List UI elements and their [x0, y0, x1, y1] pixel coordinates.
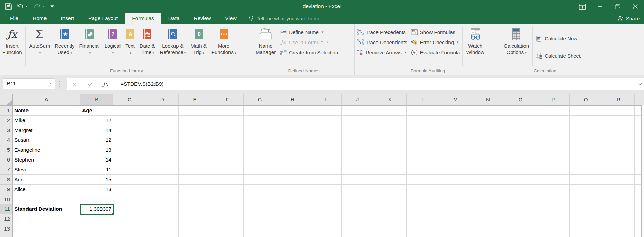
cell-j10[interactable] [342, 194, 374, 204]
cell-d8[interactable] [146, 175, 179, 185]
cell-l5[interactable] [407, 145, 439, 155]
cell-i14[interactable] [309, 234, 342, 237]
cell-f3[interactable] [211, 125, 244, 135]
cell-q6[interactable] [570, 155, 602, 165]
cell-k12[interactable] [374, 214, 407, 224]
cell-i11[interactable] [309, 204, 342, 214]
cell-m11[interactable] [439, 204, 472, 214]
column-header-g[interactable]: G [244, 94, 276, 106]
cell-o12[interactable] [504, 214, 537, 224]
cell-m3[interactable] [439, 125, 472, 135]
cell-i4[interactable] [309, 135, 342, 145]
save-button[interactable] [5, 3, 12, 10]
cell-j12[interactable] [342, 214, 374, 224]
cell-partial-14[interactable] [635, 234, 641, 237]
cell-b10[interactable] [80, 194, 113, 204]
cell-i9[interactable] [309, 185, 342, 194]
cell-partial-10[interactable] [635, 194, 641, 204]
cell-k1[interactable] [374, 106, 407, 116]
cell-o14[interactable] [504, 234, 537, 237]
cell-c10[interactable] [113, 194, 146, 204]
restore-button[interactable] [609, 0, 626, 13]
cell-r3[interactable] [602, 125, 635, 135]
cell-g6[interactable] [244, 155, 276, 165]
cell-r10[interactable] [602, 194, 635, 204]
column-header-f[interactable]: F [211, 94, 244, 106]
cell-k6[interactable] [374, 155, 407, 165]
cell-h8[interactable] [276, 175, 309, 185]
ribbon-display-options-button[interactable] [573, 0, 591, 13]
cell-r7[interactable] [602, 165, 635, 175]
cell-q10[interactable] [570, 194, 602, 204]
cell-e6[interactable] [179, 155, 211, 165]
cell-b2[interactable]: 12 [80, 116, 113, 125]
column-header-e[interactable]: E [179, 94, 211, 106]
cell-f14[interactable] [211, 234, 244, 237]
cell-d4[interactable] [146, 135, 179, 145]
row-header-13[interactable]: 13 [0, 224, 13, 234]
cell-r11[interactable] [602, 204, 635, 214]
cell-o11[interactable] [504, 204, 537, 214]
cell-b7[interactable]: 11 [80, 165, 113, 175]
cell-e11[interactable] [179, 204, 211, 214]
cell-f8[interactable] [211, 175, 244, 185]
cell-j8[interactable] [342, 175, 374, 185]
cell-partial-13[interactable] [635, 224, 641, 234]
cell-a9[interactable]: Alice [13, 185, 80, 194]
cell-k11[interactable] [374, 204, 407, 214]
cell-g13[interactable] [244, 224, 276, 234]
cell-r12[interactable] [602, 214, 635, 224]
calculate-sheet-button[interactable]: Calculate Sheet [535, 52, 581, 60]
cell-e14[interactable] [179, 234, 211, 237]
cell-n11[interactable] [472, 204, 504, 214]
cell-e5[interactable] [179, 145, 211, 155]
cell-partial-2[interactable] [635, 116, 641, 125]
tab-home[interactable]: Home [25, 13, 54, 24]
cell-m5[interactable] [439, 145, 472, 155]
cell-j11[interactable] [342, 204, 374, 214]
select-all-button[interactable] [0, 94, 13, 106]
cell-g8[interactable] [244, 175, 276, 185]
cell-f1[interactable] [211, 106, 244, 116]
cell-e2[interactable] [179, 116, 211, 125]
cell-c5[interactable] [113, 145, 146, 155]
cell-q7[interactable] [570, 165, 602, 175]
cell-a12[interactable] [13, 214, 80, 224]
cell-f9[interactable] [211, 185, 244, 194]
cell-b14[interactable] [80, 234, 113, 237]
cell-c1[interactable] [113, 106, 146, 116]
cell-j3[interactable] [342, 125, 374, 135]
cell-p3[interactable] [537, 125, 570, 135]
cell-l14[interactable] [407, 234, 439, 237]
cell-j2[interactable] [342, 116, 374, 125]
cell-g14[interactable] [244, 234, 276, 237]
cell-a11[interactable]: Standard Deviation [13, 204, 80, 214]
row-header-7[interactable]: 7 [0, 165, 13, 175]
cell-e10[interactable] [179, 194, 211, 204]
cell-o4[interactable] [504, 135, 537, 145]
column-header-partial[interactable] [635, 94, 641, 106]
cell-a10[interactable] [13, 194, 80, 204]
cell-i10[interactable] [309, 194, 342, 204]
cell-p7[interactable] [537, 165, 570, 175]
cell-k4[interactable] [374, 135, 407, 145]
cell-c6[interactable] [113, 155, 146, 165]
cell-j13[interactable] [342, 224, 374, 234]
cell-b5[interactable]: 13 [80, 145, 113, 155]
cell-i13[interactable] [309, 224, 342, 234]
cell-b9[interactable]: 13 [80, 185, 113, 194]
cell-r2[interactable] [602, 116, 635, 125]
cell-a5[interactable]: Evangeline [13, 145, 80, 155]
cell-p4[interactable] [537, 135, 570, 145]
cell-q2[interactable] [570, 116, 602, 125]
undo-button[interactable] [17, 4, 28, 9]
tab-view[interactable]: View [218, 13, 243, 24]
cell-n4[interactable] [472, 135, 504, 145]
cell-f12[interactable] [211, 214, 244, 224]
cell-r14[interactable] [602, 234, 635, 237]
cell-h10[interactable] [276, 194, 309, 204]
cell-i1[interactable] [309, 106, 342, 116]
cell-o3[interactable] [504, 125, 537, 135]
trace-precedents-button[interactable]: Trace Precedents [356, 28, 406, 36]
cell-n3[interactable] [472, 125, 504, 135]
